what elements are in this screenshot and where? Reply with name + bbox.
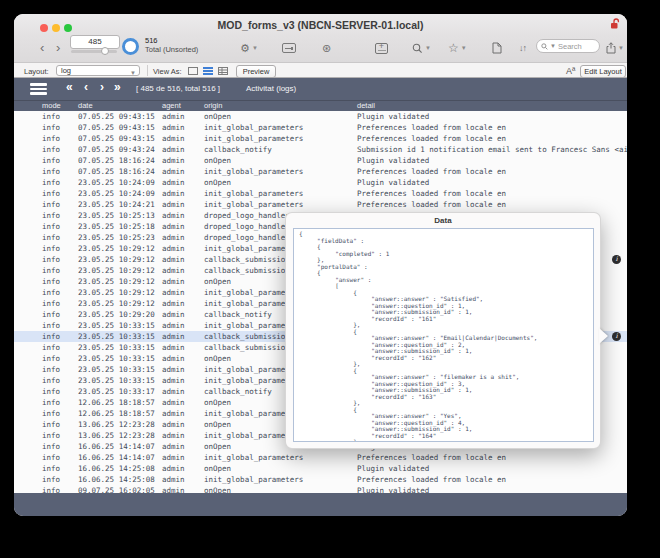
layout-header-band: « ‹ › » [ 485 de 516, total 516 ] Activi…: [14, 78, 627, 100]
cell-agent: admin: [162, 133, 204, 144]
cell-date: 23.05.25 10:29:12: [78, 287, 162, 298]
column-header-detail: detail: [357, 101, 627, 111]
badge-button[interactable]: ⊛: [322, 39, 331, 57]
layout-footer-band: [14, 493, 627, 516]
share-icon: [606, 42, 616, 54]
cell-date: 07.05.25 09:43:15: [78, 111, 162, 122]
table-row[interactable]: info 07.05.25 18:16:24 admin onOpen Plug…: [14, 155, 627, 166]
found-set-pie-icon[interactable]: [122, 38, 139, 55]
cell-agent: admin: [162, 375, 204, 386]
menu-icon[interactable]: [30, 83, 47, 97]
table-row[interactable]: info 07.05.25 09:43:15 admin init_global…: [14, 133, 627, 144]
cell-mode: info: [42, 364, 78, 375]
cell-origin: init_global_parameters: [204, 199, 357, 210]
cell-origin: onOpen: [204, 463, 357, 474]
table-row[interactable]: info 09.07.25 16:02:05 admin onOpen Plug…: [14, 485, 627, 493]
cell-mode: info: [42, 276, 78, 287]
cell-date: 23.05.25 10:24:09: [78, 177, 162, 188]
row-info-icon[interactable]: i: [612, 332, 621, 341]
cell-date: 16.06.25 14:14:07: [78, 441, 162, 452]
cell-date: 23.05.25 10:24:09: [78, 188, 162, 199]
last-record-button[interactable]: »: [114, 80, 121, 94]
cell-agent: admin: [162, 210, 204, 221]
cell-agent: admin: [162, 408, 204, 419]
cell-mode: info: [42, 386, 78, 397]
view-as-table-button[interactable]: [218, 67, 228, 75]
cell-mode: info: [42, 144, 78, 155]
cell-origin: init_global_parameters: [204, 133, 357, 144]
card-view-button[interactable]: [282, 39, 296, 57]
chevron-down-icon: ▼: [130, 68, 136, 78]
table-row[interactable]: info 07.05.25 09:43:15 admin onOpen Plug…: [14, 111, 627, 122]
cell-mode: info: [42, 254, 78, 265]
search-placeholder: Search: [558, 42, 582, 51]
cell-origin: callback_notify: [204, 144, 357, 155]
next-record-button[interactable]: ›: [56, 39, 60, 57]
cell-mode: info: [42, 199, 78, 210]
cell-date: 09.07.25 16:02:05: [78, 485, 162, 493]
cell-mode: info: [42, 331, 78, 342]
cell-date: 23.05.25 10:29:20: [78, 309, 162, 320]
quick-search-field[interactable]: ▼ Search: [536, 39, 600, 53]
cell-agent: admin: [162, 221, 204, 232]
column-header-date: date: [78, 101, 162, 111]
status-toolbar: ‹ › 485 516 Total (Unsorted) ⚙▼ ⊛ ▼ ☆▼ ↓…: [14, 36, 627, 62]
table-row[interactable]: info 07.05.25 09:43:24 admin callback_no…: [14, 144, 627, 155]
table-row[interactable]: info 07.05.25 09:43:15 admin init_global…: [14, 122, 627, 133]
sort-icon: ↓↑: [519, 43, 526, 53]
cell-agent: admin: [162, 320, 204, 331]
record-slider[interactable]: [71, 50, 117, 53]
layout-select[interactable]: log▼: [56, 65, 140, 76]
current-record-field[interactable]: 485: [70, 35, 120, 49]
previous-record-button[interactable]: ‹: [40, 39, 44, 57]
chevron-down-icon: ▼: [425, 45, 431, 51]
cell-mode: info: [42, 188, 78, 199]
share-button[interactable]: ▼: [606, 39, 624, 57]
table-row[interactable]: info 23.05.25 10:24:09 admin init_global…: [14, 188, 627, 199]
total-unsorted-label: Total (Unsorted): [145, 45, 198, 54]
edit-script-button[interactable]: [492, 39, 502, 57]
cell-date: 23.05.25 10:25:13: [78, 210, 162, 221]
cell-mode: info: [42, 177, 78, 188]
table-row[interactable]: info 16.06.25 14:25:08 admin init_global…: [14, 474, 627, 485]
edit-layout-button[interactable]: Edit Layout: [580, 65, 626, 78]
document-icon: [492, 42, 502, 54]
row-info-icon[interactable]: i: [612, 255, 621, 264]
cell-mode: info: [42, 298, 78, 309]
cell-agent: admin: [162, 144, 204, 155]
formatting-bar-toggle[interactable]: Aª: [566, 66, 575, 76]
find-button[interactable]: ▼: [412, 39, 431, 57]
cell-agent: admin: [162, 485, 204, 493]
table-row[interactable]: info 16.06.25 14:14:07 admin init_global…: [14, 452, 627, 463]
app-window: MOD_forms_v3 (NBCN-SERVER-01.local) ‹ › …: [14, 14, 627, 516]
favorites-button[interactable]: ☆▼: [448, 39, 467, 57]
new-record-button[interactable]: [375, 39, 388, 57]
first-record-button[interactable]: «: [66, 80, 73, 94]
cell-mode: info: [42, 463, 78, 474]
sort-button[interactable]: ↓↑: [519, 39, 526, 57]
cell-agent: admin: [162, 309, 204, 320]
view-as-form-button[interactable]: [188, 67, 198, 75]
table-row[interactable]: info 16.06.25 14:25:08 admin onOpen Plug…: [14, 463, 627, 474]
cell-agent: admin: [162, 287, 204, 298]
json-data-field[interactable]: { "fieldData" : { "completed" : 1 }, "po…: [293, 228, 594, 442]
cell-agent: admin: [162, 276, 204, 287]
gear-menu-button[interactable]: ⚙▼: [240, 39, 258, 57]
cell-date: 12.06.25 18:18:57: [78, 408, 162, 419]
chevron-down-icon: ▼: [618, 45, 624, 51]
cell-origin: onOpen: [204, 485, 357, 493]
prev-record-button[interactable]: ‹: [84, 80, 88, 94]
table-row[interactable]: info 07.05.25 18:16:24 admin init_global…: [14, 166, 627, 177]
cell-origin: onOpen: [204, 155, 357, 166]
record-slider-thumb[interactable]: [101, 47, 109, 55]
chevron-down-icon: ▼: [550, 43, 556, 49]
cell-mode: info: [42, 133, 78, 144]
next-record-button[interactable]: ›: [100, 80, 104, 94]
cell-agent: admin: [162, 177, 204, 188]
preview-button[interactable]: Preview: [236, 65, 276, 78]
view-as-list-button[interactable]: [203, 67, 213, 75]
cell-mode: info: [42, 375, 78, 386]
table-row[interactable]: info 23.05.25 10:24:21 admin init_global…: [14, 199, 627, 210]
cell-detail: Preferences loaded from locale en: [357, 474, 627, 485]
table-row[interactable]: info 23.05.25 10:24:09 admin onOpen Plug…: [14, 177, 627, 188]
